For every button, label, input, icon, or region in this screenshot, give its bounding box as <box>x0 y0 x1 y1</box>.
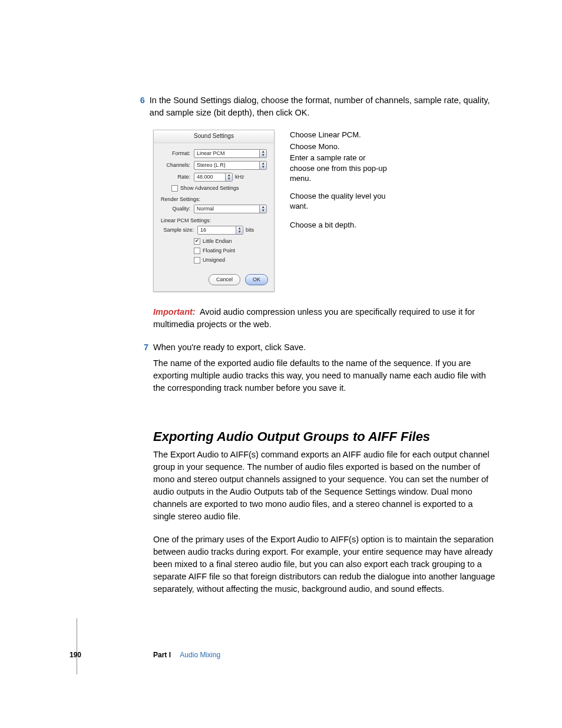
channels-label: Channels: <box>161 162 190 169</box>
sample-size-unit: bits <box>246 226 254 234</box>
rate-unit: kHz <box>235 173 244 181</box>
footer-part: Part I <box>153 651 171 659</box>
quality-select[interactable]: Normal ▴▾ <box>194 205 267 213</box>
floating-point-label: Floating Point <box>203 247 235 255</box>
page-number: 190 <box>70 650 153 660</box>
dropdown-arrow-icon[interactable]: ▴▾ <box>259 162 266 169</box>
ok-button[interactable]: OK <box>245 274 268 285</box>
little-endian-label: Little Endian <box>203 238 232 245</box>
format-label: Format: <box>161 150 190 157</box>
unsigned-label: Unsigned <box>203 256 225 264</box>
dropdown-arrow-icon[interactable]: ▴▾ <box>236 226 243 234</box>
dialog-title: Sound Settings <box>154 130 274 143</box>
dropdown-arrow-icon[interactable]: ▴▾ <box>259 205 266 213</box>
stepper-arrow-icon[interactable]: ▴▾ <box>225 173 232 181</box>
pcm-settings-heading: Linear PCM Settings: <box>161 217 267 225</box>
show-advanced-label: Show Advanced Settings <box>180 185 239 192</box>
important-label: Important: <box>153 307 196 317</box>
footer-label: Audio Mixing <box>180 651 220 659</box>
unsigned-checkbox[interactable] <box>194 257 200 263</box>
footer-divider <box>77 618 77 674</box>
render-settings-heading: Render Settings: <box>161 196 267 203</box>
rate-value: 48.000 <box>197 174 213 180</box>
format-value: Linear PCM <box>197 150 225 156</box>
floating-point-checkbox[interactable] <box>194 248 200 254</box>
paragraph-1: The Export Audio to AIFF(s) command expo… <box>153 449 497 523</box>
step-7-followup: The name of the exported audio file defa… <box>153 357 497 394</box>
important-text: Avoid audio compression unless you are s… <box>153 307 475 329</box>
sample-size-label: Sample size: <box>161 226 194 234</box>
channels-value: Stereo (L R) <box>197 162 226 168</box>
step-text-7: When you're ready to export, click Save. <box>153 341 306 354</box>
annotation-quality: Choose the quality level you want. <box>289 191 392 212</box>
step-number-7: 7 <box>137 341 148 354</box>
sound-settings-dialog: Sound Settings Format: Linear PCM ▴▾ Cha… <box>153 130 275 292</box>
section-heading: Exporting Audio Output Groups to AIFF Fi… <box>153 427 497 446</box>
paragraph-2: One of the primary uses of the Export Au… <box>153 533 497 595</box>
quality-label: Quality: <box>161 205 190 213</box>
important-note: Important: Avoid audio compression unles… <box>153 306 497 331</box>
annotation-channels: Choose Mono. <box>289 141 392 152</box>
format-select[interactable]: Linear PCM ▴▾ <box>194 149 267 158</box>
cancel-button[interactable]: Cancel <box>209 274 240 285</box>
annotation-bitdepth: Choose a bit depth. <box>289 220 392 230</box>
sample-size-value: 16 <box>200 227 206 233</box>
channels-select[interactable]: Stereo (L R) ▴▾ <box>194 161 267 170</box>
annotation-rate: Enter a sample rate or choose one from t… <box>289 153 392 184</box>
dropdown-arrow-icon[interactable]: ▴▾ <box>259 150 266 157</box>
quality-value: Normal <box>197 206 214 212</box>
little-endian-checkbox[interactable]: ✔ <box>194 238 200 245</box>
rate-label: Rate: <box>161 173 190 181</box>
annotation-format: Choose Linear PCM. <box>289 130 392 140</box>
sample-size-select[interactable]: 16 ▴▾ <box>197 226 243 235</box>
rate-input[interactable]: 48.000 ▴▾ <box>194 173 233 182</box>
step-number-6: 6 <box>137 94 145 119</box>
step-text-6: In the Sound Settings dialog, choose the… <box>150 94 497 119</box>
show-advanced-checkbox[interactable] <box>171 185 178 192</box>
